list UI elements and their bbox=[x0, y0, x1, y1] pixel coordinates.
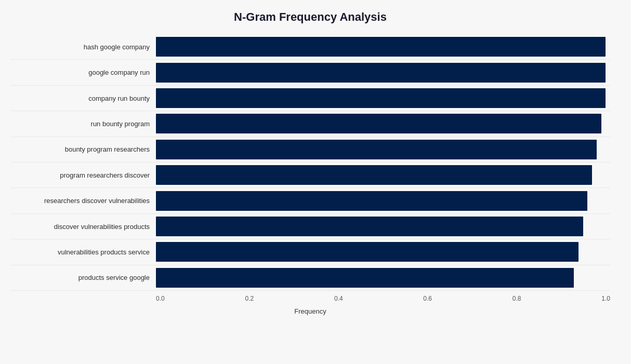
bar-track bbox=[156, 88, 610, 108]
bar-fill bbox=[156, 268, 574, 288]
bar-label: discover vulnerabilities products bbox=[10, 223, 156, 231]
bar-row: company run bounty bbox=[10, 86, 610, 111]
bar-label: company run bounty bbox=[10, 95, 156, 102]
bar-track bbox=[156, 114, 610, 133]
bar-fill bbox=[156, 165, 592, 185]
bar-row: hash google company bbox=[10, 34, 610, 60]
bar-row: google company run bbox=[10, 60, 610, 85]
bar-label: run bounty program bbox=[10, 120, 156, 128]
bar-label: program researchers discover bbox=[10, 171, 156, 179]
bar-fill bbox=[156, 88, 606, 108]
bar-label: products service google bbox=[10, 274, 156, 281]
bar-label: vulnerabilities products service bbox=[10, 248, 156, 256]
bar-row: program researchers discover bbox=[10, 163, 610, 188]
bar-track bbox=[156, 191, 610, 211]
chart-plot: hash google companygoogle company runcom… bbox=[10, 34, 610, 291]
bar-label: google company run bbox=[10, 69, 156, 76]
bar-row: run bounty program bbox=[10, 111, 610, 137]
bar-label: researchers discover vulnerabilities bbox=[10, 197, 156, 205]
x-tick: 0.8 bbox=[512, 295, 521, 302]
x-tick: 0.2 bbox=[245, 295, 254, 302]
x-axis: 0.00.20.40.60.81.0 bbox=[10, 295, 610, 302]
x-tick: 0.6 bbox=[423, 295, 432, 302]
chart-area: hash google companygoogle company runcom… bbox=[10, 34, 610, 315]
bar-track bbox=[156, 140, 610, 159]
bar-fill bbox=[156, 63, 606, 83]
bar-track bbox=[156, 242, 610, 262]
bar-fill bbox=[156, 191, 587, 211]
bar-track bbox=[156, 268, 610, 288]
bar-track bbox=[156, 63, 610, 83]
bar-fill bbox=[156, 242, 579, 262]
x-tick: 1.0 bbox=[601, 295, 610, 302]
bar-fill bbox=[156, 37, 606, 57]
bar-row: vulnerabilities products service bbox=[10, 239, 610, 265]
bar-row: discover vulnerabilities products bbox=[10, 214, 610, 239]
bar-fill bbox=[156, 217, 583, 236]
bar-row: researchers discover vulnerabilities bbox=[10, 188, 610, 213]
bar-track bbox=[156, 37, 610, 57]
x-tick: 0.4 bbox=[334, 295, 343, 302]
bar-fill bbox=[156, 114, 601, 133]
bar-row: products service google bbox=[10, 265, 610, 291]
bar-track bbox=[156, 217, 610, 236]
x-tick: 0.0 bbox=[156, 295, 165, 302]
bar-row: bounty program researchers bbox=[10, 137, 610, 163]
chart-container: N-Gram Frequency Analysis hash google co… bbox=[0, 0, 631, 364]
bar-label: hash google company bbox=[10, 43, 156, 51]
bar-fill bbox=[156, 140, 597, 159]
bar-track bbox=[156, 165, 610, 185]
chart-title: N-Gram Frequency Analysis bbox=[10, 10, 610, 24]
bar-label: bounty program researchers bbox=[10, 145, 156, 153]
x-axis-labels: 0.00.20.40.60.81.0 bbox=[156, 295, 610, 302]
x-axis-title: Frequency bbox=[10, 307, 610, 315]
